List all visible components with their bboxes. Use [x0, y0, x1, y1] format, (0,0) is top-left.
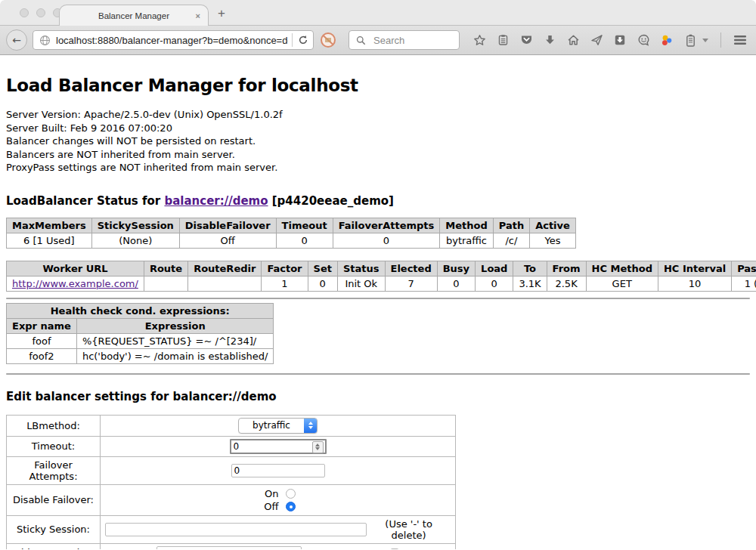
- column-header: StickySession: [91, 218, 179, 233]
- hc-method-cell: GET: [586, 276, 658, 291]
- lbmethod-selected-value: bytraffic: [239, 419, 304, 433]
- routeredir-cell: [188, 276, 262, 291]
- elected-cell: 7: [385, 276, 437, 291]
- hc-interval-cell: 10: [658, 276, 731, 291]
- to-cell: 3.1K: [513, 276, 547, 291]
- balancer-status-table: MaxMembers StickySession DisableFailover…: [6, 218, 576, 249]
- chevron-down-icon[interactable]: [702, 39, 708, 42]
- back-arrow-icon: ←: [12, 34, 21, 46]
- pocket-icon[interactable]: [519, 33, 533, 47]
- server-info: Server Version: Apache/2.5.0-dev (Unix) …: [6, 108, 750, 175]
- url-text[interactable]: localhost:8880/balancer-manager?b=demo&n…: [56, 35, 288, 46]
- failover-attempts-label: Failover Attempts:: [7, 456, 101, 484]
- factor-cell: 1: [262, 276, 308, 291]
- stickysession-cell: (None): [91, 233, 179, 248]
- form-row-timeout: Timeout:: [7, 436, 456, 456]
- failover-attempts-input[interactable]: [231, 464, 325, 477]
- disable-failover-on-radio[interactable]: [286, 489, 296, 499]
- table-header-row: Expr name Expression: [7, 318, 274, 333]
- expr-name-cell: foof2: [7, 348, 77, 363]
- proxypass-notice-line: ProxyPass settings are NOT inherited fro…: [6, 161, 750, 175]
- reload-icon[interactable]: [296, 33, 310, 47]
- lbmethod-select[interactable]: bytraffic: [238, 418, 318, 434]
- column-header: Expression: [76, 318, 274, 333]
- status-heading-prefix: LoadBalancer Status for: [6, 194, 164, 208]
- add-worker-label: Add New Worker:: [7, 543, 101, 549]
- add-worker-input[interactable]: [156, 546, 302, 550]
- from-cell: 2.5K: [547, 276, 586, 291]
- column-header: Active: [530, 218, 576, 233]
- form-row-add-worker: Add New Worker: Are you sure?: [7, 543, 456, 549]
- disable-failover-label: Disable Failover:: [7, 484, 101, 515]
- save-to-box-icon[interactable]: [613, 33, 627, 47]
- section-divider: [6, 298, 750, 299]
- expression-cell: %{REQUEST_STATUS} =~ /^[234]/: [76, 333, 274, 348]
- tab-close-icon[interactable]: ×: [196, 11, 200, 20]
- globe-icon: [38, 33, 51, 47]
- hello-smiley-icon[interactable]: [637, 33, 650, 47]
- worker-url-link[interactable]: http://www.example.com/: [12, 278, 138, 289]
- reading-list-icon[interactable]: [496, 33, 510, 47]
- number-spinner-icon[interactable]: [312, 441, 324, 453]
- radio-on-label: On: [261, 488, 279, 499]
- column-header: Expr name: [7, 318, 77, 333]
- radio-off-label: Off: [261, 501, 279, 512]
- persist-notice-line: Balancer changes will NOT be persisted o…: [6, 134, 750, 148]
- downloads-icon[interactable]: [543, 33, 556, 47]
- search-input[interactable]: [372, 34, 454, 47]
- menu-hamburger-icon[interactable]: [733, 33, 747, 47]
- close-window-button[interactable]: [20, 8, 29, 17]
- search-box[interactable]: [349, 30, 460, 50]
- column-header: Worker URL: [7, 261, 144, 276]
- home-icon[interactable]: [566, 33, 580, 47]
- timeout-cell: 0: [276, 233, 333, 248]
- active-cell: Yes: [530, 233, 576, 248]
- toolbar-buttons: [472, 32, 756, 48]
- back-button[interactable]: ←: [6, 29, 27, 51]
- column-header: Load: [476, 261, 513, 276]
- tab-bar: Balancer Manager × +: [0, 0, 756, 25]
- balancer-demo-link[interactable]: balancer://demo: [164, 194, 268, 208]
- column-header: Status: [337, 261, 385, 276]
- column-header: Passes: [732, 261, 756, 276]
- battery-icon[interactable]: [683, 33, 697, 47]
- health-table-title: Health check cond. expressions:: [7, 303, 274, 318]
- column-header: HC Method: [586, 261, 658, 276]
- column-header: Elected: [385, 261, 437, 276]
- worker-url-cell: http://www.example.com/: [7, 276, 144, 291]
- server-version-line: Server Version: Apache/2.5.0-dev (Unix) …: [6, 108, 750, 122]
- health-check-table: Health check cond. expressions: Expr nam…: [6, 303, 274, 364]
- toolbar-separator: [720, 32, 721, 48]
- column-header: FailoverAttempts: [333, 218, 440, 233]
- column-header: Path: [493, 218, 529, 233]
- are-you-sure-checkbox[interactable]: [390, 548, 399, 550]
- tab-balancer-manager[interactable]: Balancer Manager ×: [59, 5, 209, 26]
- column-header: Timeout: [276, 218, 333, 233]
- loadbalancer-status-heading: LoadBalancer Status for balancer://demo …: [6, 194, 750, 208]
- failoverattempts-cell: 0: [333, 233, 440, 248]
- navigation-toolbar: ← localhost:8880/balancer-manager?b=demo…: [0, 25, 756, 55]
- table-row: foof %{REQUEST_STATUS} =~ /^[234]/: [7, 333, 274, 348]
- window-controls: [20, 8, 62, 17]
- table-row: http://www.example.com/ 1 0 Init Ok 7 0 …: [7, 276, 756, 291]
- url-bar[interactable]: localhost:8880/balancer-manager?b=demo&n…: [33, 30, 314, 50]
- form-row-failover: Failover Attempts:: [7, 456, 456, 484]
- column-header: RouteRedir: [188, 261, 262, 276]
- worker-status-table: Worker URL Route RouteRedir Factor Set S…: [6, 261, 756, 292]
- form-row-sticky: Sticky Session: (Use '-' to delete): [7, 515, 456, 543]
- bookmark-star-icon[interactable]: [472, 33, 486, 47]
- sticky-session-input[interactable]: [105, 523, 367, 536]
- page-content: Load Balancer Manager for localhost Serv…: [0, 55, 756, 549]
- form-row-lbmethod: LBmethod: bytraffic: [7, 415, 456, 436]
- blocked-content-icon[interactable]: [319, 31, 337, 49]
- disablefailover-cell: Off: [179, 233, 276, 248]
- new-tab-button[interactable]: +: [218, 6, 225, 21]
- sticky-session-hint: (Use '-' to delete): [367, 518, 452, 541]
- column-header: Set: [308, 261, 337, 276]
- busy-cell: 0: [437, 276, 475, 291]
- minimize-window-button[interactable]: [36, 8, 45, 17]
- colored-dots-icon[interactable]: [660, 33, 674, 47]
- disable-failover-off-radio[interactable]: [286, 502, 296, 511]
- send-plane-icon[interactable]: [590, 33, 603, 47]
- method-cell: bytraffic: [440, 233, 493, 248]
